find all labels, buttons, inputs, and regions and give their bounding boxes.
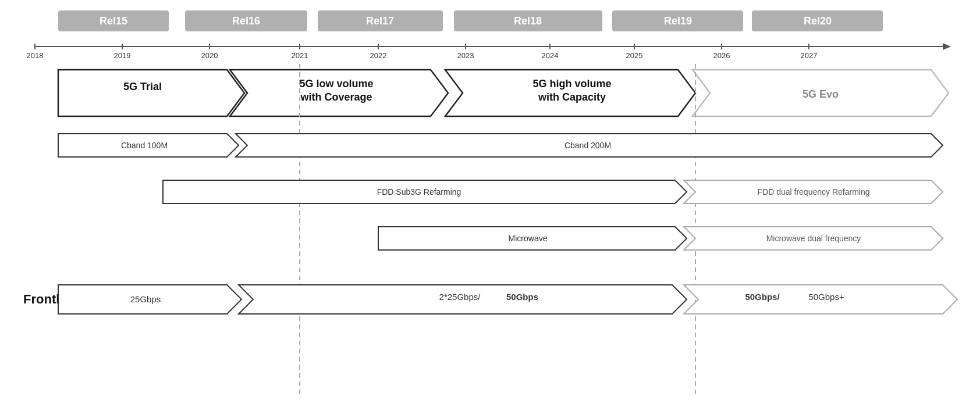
svg-text:5G Evo: 5G Evo (803, 88, 839, 100)
svg-text:25Gbps: 25Gbps (130, 294, 161, 304)
svg-text:Rel17: Rel17 (366, 15, 394, 27)
svg-text:2023: 2023 (457, 51, 474, 60)
svg-text:Microwave: Microwave (509, 234, 548, 243)
svg-marker-39 (445, 70, 695, 116)
svg-text:Cband 100M: Cband 100M (121, 141, 168, 150)
svg-marker-42 (693, 70, 949, 116)
svg-text:Cband 200M: Cband 200M (564, 141, 611, 150)
svg-text:Rel18: Rel18 (514, 15, 542, 27)
svg-marker-48 (236, 134, 943, 157)
svg-marker-36 (230, 70, 448, 116)
svg-marker-61 (239, 285, 687, 314)
svg-text:2021: 2021 (292, 51, 308, 60)
svg-marker-50 (163, 180, 687, 203)
svg-text:50Gbps: 50Gbps (506, 292, 538, 302)
svg-text:Rel20: Rel20 (804, 15, 832, 27)
svg-marker-52 (684, 180, 943, 203)
svg-text:2026: 2026 (713, 51, 730, 60)
svg-marker-54 (378, 227, 687, 250)
main-container: Rel15 Rel16 Rel17 Rel18 Rel19 Rel20 2018 (0, 0, 980, 418)
svg-rect-0 (58, 10, 169, 31)
svg-text:2025: 2025 (626, 51, 643, 60)
svg-text:with Capacity: with Capacity (538, 91, 606, 103)
svg-text:2027: 2027 (801, 51, 818, 60)
svg-text:2024: 2024 (542, 51, 559, 60)
svg-text:5G low volume: 5G low volume (299, 78, 373, 90)
svg-text:FDD Sub3G Refarming: FDD Sub3G Refarming (377, 187, 461, 197)
svg-rect-10 (752, 10, 883, 31)
svg-text:2022: 2022 (370, 51, 387, 60)
svg-text:2019: 2019 (114, 51, 131, 60)
svg-marker-64 (684, 285, 957, 314)
svg-text:Rel15: Rel15 (100, 15, 127, 27)
svg-text:Rel16: Rel16 (232, 15, 260, 27)
diagram-svg: Rel15 Rel16 Rel17 Rel18 Rel19 Rel20 2018 (0, 0, 980, 418)
svg-text:Rel19: Rel19 (664, 15, 692, 27)
svg-rect-6 (454, 10, 602, 31)
svg-text:5G high volume: 5G high volume (532, 78, 611, 90)
svg-text:with Coverage: with Coverage (300, 91, 372, 103)
svg-text:2018: 2018 (27, 51, 44, 60)
svg-rect-2 (185, 10, 307, 31)
svg-marker-59 (58, 285, 242, 314)
svg-text:2020: 2020 (201, 51, 218, 60)
svg-text:FDD dual frequency Refarming: FDD dual frequency Refarming (758, 187, 870, 197)
svg-marker-34 (58, 70, 244, 116)
svg-marker-56 (684, 227, 943, 250)
svg-rect-8 (612, 10, 743, 31)
svg-text:Fronthaul: Fronthaul (23, 292, 82, 306)
svg-marker-13 (943, 43, 951, 50)
svg-text:50Gbps/: 50Gbps/ (745, 292, 780, 302)
svg-text:Microwave dual frequency: Microwave dual frequency (766, 234, 861, 243)
svg-text:50Gbps+: 50Gbps+ (808, 292, 844, 302)
svg-marker-46 (58, 134, 239, 157)
svg-text:5G Trial: 5G Trial (123, 81, 162, 92)
svg-text:2*25Gbps/: 2*25Gbps/ (439, 292, 481, 302)
svg-rect-4 (318, 10, 443, 31)
